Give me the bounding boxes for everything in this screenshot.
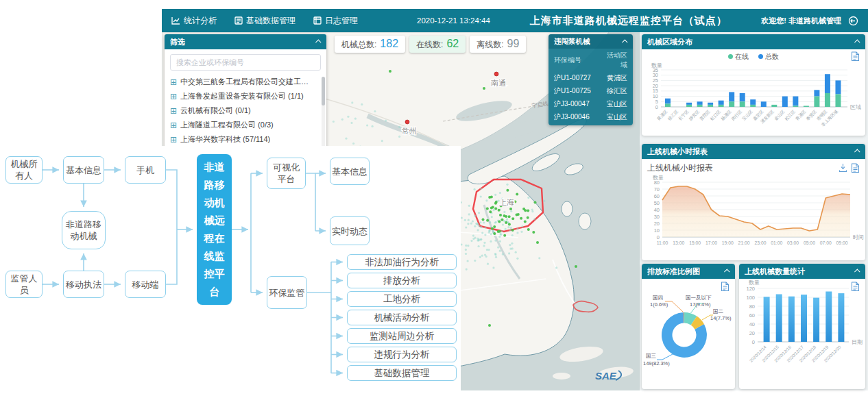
- expand-icon[interactable]: ⊞: [170, 107, 177, 115]
- city-label-changzhou: 常州: [402, 127, 417, 135]
- svg-text:时间: 时间: [853, 234, 864, 240]
- svg-text:60: 60: [654, 193, 660, 199]
- svg-text:50: 50: [654, 200, 660, 206]
- architecture-flowchart: 机械所有人 基本信息 手机 非道路移动机械 监管人员 移动执法 移动端 非道路移…: [0, 146, 461, 398]
- restricted-row-0[interactable]: 沪U1-00727黄浦区: [548, 71, 633, 84]
- company-item-2[interactable]: ⊞云机械有限公司 (0/1): [170, 103, 321, 118]
- daily-count-chart: 020406080100120数量日期2020/12/142020/12/152…: [739, 279, 865, 384]
- district-panel-header[interactable]: 机械区域分布: [642, 34, 865, 49]
- emission-panel-title: 排放标准比例图: [647, 266, 700, 277]
- svg-text:149(82.3%): 149(82.3%): [643, 360, 670, 366]
- svg-text:5: 5: [655, 99, 658, 105]
- district-distribution-panel: 机械区域分布 在线 总数 05101520253035数量区域黄浦区徐汇区长宁区…: [642, 34, 865, 136]
- svg-text:20: 20: [749, 330, 755, 336]
- flow-leaf-3: 机械活动分析: [347, 310, 457, 325]
- log-icon: [313, 16, 322, 25]
- collapse-icon[interactable]: [854, 269, 860, 274]
- daily-count-panel: 上线机械数量统计 020406080100120数量日期2020/12/1420…: [739, 264, 865, 389]
- expand-icon[interactable]: ⊞: [170, 136, 177, 144]
- district-distribution-chart: 05101520253035数量区域黄浦区徐汇区长宁区静安区普陀区虹口区杨浦区闵…: [642, 62, 865, 132]
- welcome-text: 欢迎您! 非道路机械管理: [761, 16, 841, 26]
- collapse-icon[interactable]: [724, 269, 730, 274]
- report-icon[interactable]: [721, 282, 730, 292]
- svg-text:杨浦区: 杨浦区: [719, 109, 732, 122]
- svg-text:15: 15: [653, 88, 658, 94]
- svg-text:05:00: 05:00: [804, 240, 815, 245]
- svg-text:松江区: 松江区: [784, 109, 797, 122]
- restricted-row-1[interactable]: 沪U1-00725徐汇区: [548, 84, 633, 97]
- svg-text:国三: 国三: [646, 353, 657, 359]
- flow-leaf-0: 非法加油行为分析: [347, 254, 457, 270]
- filter-panel-header[interactable]: 筛选: [165, 34, 326, 49]
- company-item-0[interactable]: ⊞中交第三航务工程局有限公司交建工程分: [170, 75, 321, 89]
- svg-text:13:00: 13:00: [673, 240, 684, 245]
- daily-panel-header[interactable]: 上线机械数量统计: [739, 264, 865, 279]
- hourly-panel-title: 上线机械小时报表: [647, 147, 708, 157]
- svg-text:100: 100: [746, 295, 755, 301]
- svg-text:80: 80: [749, 303, 755, 310]
- menu-item-2[interactable]: 日志管理: [313, 15, 358, 27]
- download-icon[interactable]: [839, 163, 847, 173]
- svg-text:20: 20: [654, 221, 660, 227]
- restricted-row-4[interactable]: 沪U1-00724徐汇区: [548, 123, 633, 125]
- expand-icon[interactable]: ⊞: [170, 92, 177, 101]
- company-item-4[interactable]: ⊞上海华兴数字科技 (57/114): [170, 132, 321, 147]
- svg-text:23:00: 23:00: [754, 240, 766, 245]
- company-item-3[interactable]: ⊞上海隧道工程有限公司 (0/3): [170, 118, 321, 132]
- expand-icon[interactable]: ⊞: [170, 121, 177, 129]
- svg-text:数量: 数量: [653, 175, 664, 181]
- flow-leaf-5: 违规行为分析: [347, 347, 457, 362]
- header-menu: 统计分析基础数据管理日志管理: [171, 15, 376, 27]
- flow-node-phone: 手机: [125, 156, 166, 184]
- collapse-icon[interactable]: [854, 149, 860, 154]
- restricted-row-2[interactable]: 沪J3-00047宝山区: [548, 97, 633, 110]
- svg-text:19:00: 19:00: [722, 240, 734, 245]
- stats-bar: 机械总数:182 在线数:62 离线数:99: [335, 36, 526, 53]
- report-icon[interactable]: [851, 282, 860, 292]
- svg-text:0: 0: [655, 104, 658, 110]
- svg-text:国二: 国二: [713, 308, 724, 314]
- restricted-row-3[interactable]: 沪J3-00046宝山区: [548, 110, 633, 123]
- restricted-panel-title: 违闯禁机械: [554, 37, 590, 47]
- svg-text:09:00: 09:00: [836, 240, 848, 245]
- hourly-report-panel: 上线机械小时报表 上线机械小时报表 01020304050607080数量时间1…: [642, 144, 865, 260]
- emission-panel-header[interactable]: 排放标准比例图: [642, 264, 735, 279]
- logout-icon[interactable]: [848, 16, 858, 26]
- collapse-icon[interactable]: [315, 39, 321, 45]
- menu-item-0[interactable]: 统计分析: [171, 15, 217, 27]
- restricted-table: 环保编号 活动区域 沪U1-00727黄浦区沪U1-00725徐汇区沪J3-00…: [548, 49, 633, 125]
- report-icon[interactable]: [851, 51, 860, 62]
- city-label-nantong: 南通: [491, 79, 506, 87]
- flow-node-supervisor: 监管人员: [5, 271, 43, 298]
- emission-ratio-chart: 国一及以下17(9.4%)国二14(7.7%)国三149(82.3%)国四1(0…: [642, 279, 735, 388]
- search-input[interactable]: [170, 54, 321, 71]
- svg-text:10: 10: [653, 93, 658, 99]
- stat-total-machines: 机械总数:182: [335, 36, 405, 53]
- collapse-icon[interactable]: [622, 39, 627, 45]
- district-panel-title: 机械区域分布: [647, 37, 692, 47]
- svg-text:长宁区: 长宁区: [677, 109, 690, 121]
- city-label-shanghai: 上海: [499, 198, 514, 206]
- expand-icon[interactable]: ⊞: [170, 78, 177, 86]
- svg-text:宝山区: 宝山区: [741, 109, 754, 121]
- svg-text:1(0.6%): 1(0.6%): [650, 301, 668, 308]
- stat-online-machines: 在线数:62: [409, 36, 466, 53]
- collapse-icon[interactable]: [854, 39, 860, 45]
- hourly-panel-header[interactable]: 上线机械小时报表: [642, 144, 865, 159]
- svg-text:17:00: 17:00: [706, 240, 717, 245]
- svg-text:徐汇区: 徐汇区: [666, 109, 679, 122]
- menu-item-1[interactable]: 基础数据管理: [234, 15, 296, 27]
- svg-text:70: 70: [654, 186, 660, 192]
- col-env-id: 环保编号: [548, 49, 596, 71]
- report-icon[interactable]: [851, 163, 860, 173]
- flow-node-mobile-enforcement: 移动执法: [63, 271, 104, 298]
- company-item-1[interactable]: ⊞上海鲁发起重设备安装有限公司 (1/1): [170, 89, 321, 103]
- svg-text:10: 10: [654, 227, 660, 234]
- svg-text:SAE: SAE: [595, 370, 617, 382]
- flow-node-nrmm: 非道路移动机械: [62, 211, 106, 249]
- restricted-panel-header[interactable]: 违闯禁机械: [548, 34, 633, 49]
- emission-ratio-panel: 排放标准比例图 国一及以下17(9.4%)国二14(7.7%)国三149(82.…: [642, 264, 735, 389]
- flow-node-mobile-client: 移动端: [125, 271, 166, 298]
- svg-text:黄浦区: 黄浦区: [656, 109, 669, 122]
- svg-text:03:00: 03:00: [787, 240, 799, 245]
